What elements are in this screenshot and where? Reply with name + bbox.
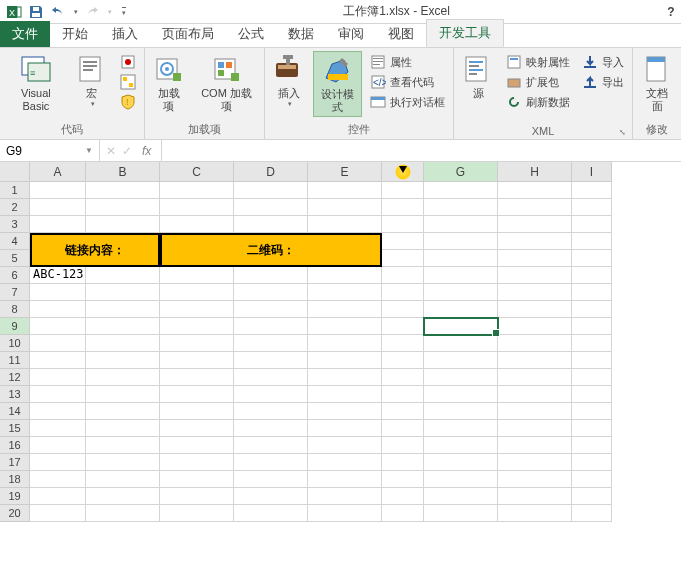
cell[interactable] <box>424 199 498 216</box>
cell[interactable] <box>234 505 308 522</box>
column-header-C[interactable]: C <box>160 162 234 182</box>
cell[interactable] <box>308 352 382 369</box>
cell[interactable] <box>86 420 160 437</box>
cell[interactable] <box>572 199 612 216</box>
cell[interactable] <box>86 301 160 318</box>
cell[interactable] <box>572 352 612 369</box>
cell[interactable] <box>308 420 382 437</box>
xml-export-button[interactable]: 导出 <box>580 73 626 91</box>
cell[interactable] <box>234 471 308 488</box>
cell[interactable] <box>572 233 612 250</box>
name-box[interactable]: G9▼ <box>0 140 100 161</box>
cell[interactable] <box>498 284 572 301</box>
record-macro-button[interactable] <box>118 53 138 71</box>
cell[interactable] <box>160 216 234 233</box>
cell[interactable] <box>382 369 424 386</box>
visual-basic-button[interactable]: ≡ Visual Basic <box>4 51 68 115</box>
cell[interactable] <box>308 318 382 335</box>
insert-control-button[interactable]: 插入 ▾ <box>269 51 309 110</box>
com-addins-button[interactable]: COM 加载项 <box>193 51 260 115</box>
cell[interactable] <box>30 505 86 522</box>
tab-page-layout[interactable]: 页面布局 <box>150 21 226 47</box>
column-header-D[interactable]: D <box>234 162 308 182</box>
row-header-12[interactable]: 12 <box>0 369 30 386</box>
row-header-14[interactable]: 14 <box>0 403 30 420</box>
cell[interactable] <box>30 488 86 505</box>
cell[interactable] <box>30 471 86 488</box>
cell[interactable] <box>498 471 572 488</box>
cell[interactable] <box>30 301 86 318</box>
cell[interactable] <box>86 216 160 233</box>
row-header-17[interactable]: 17 <box>0 454 30 471</box>
cell[interactable] <box>424 471 498 488</box>
cell[interactable] <box>498 233 572 250</box>
cell[interactable] <box>160 471 234 488</box>
cell[interactable] <box>382 386 424 403</box>
enter-formula-icon[interactable]: ✓ <box>122 144 132 158</box>
cell[interactable] <box>424 233 498 250</box>
cell[interactable] <box>572 437 612 454</box>
cell[interactable] <box>498 250 572 267</box>
cell[interactable] <box>30 454 86 471</box>
cell[interactable] <box>498 488 572 505</box>
cell[interactable] <box>572 403 612 420</box>
cell[interactable] <box>424 301 498 318</box>
cell[interactable] <box>30 335 86 352</box>
cell[interactable] <box>86 403 160 420</box>
row-header-20[interactable]: 20 <box>0 505 30 522</box>
xml-source-button[interactable]: 源 <box>458 51 498 102</box>
column-header-F[interactable]: F <box>382 162 424 182</box>
addins-button[interactable]: 加载项 <box>149 51 189 115</box>
column-header-E[interactable]: E <box>308 162 382 182</box>
cell[interactable] <box>424 420 498 437</box>
cancel-formula-icon[interactable]: ✕ <box>106 144 116 158</box>
cell[interactable] <box>308 437 382 454</box>
cell[interactable] <box>498 199 572 216</box>
cell[interactable] <box>424 335 498 352</box>
cell[interactable] <box>382 267 424 284</box>
use-relative-refs-button[interactable] <box>118 73 138 91</box>
cell[interactable] <box>572 505 612 522</box>
row-header-9[interactable]: 9 <box>0 318 30 335</box>
cell[interactable] <box>498 420 572 437</box>
cell[interactable] <box>86 437 160 454</box>
run-dialog-button[interactable]: 执行对话框 <box>368 93 447 111</box>
name-box-dropdown-icon[interactable]: ▼ <box>85 146 93 155</box>
cell[interactable] <box>86 199 160 216</box>
cell[interactable] <box>86 267 160 284</box>
cell[interactable] <box>424 352 498 369</box>
cell[interactable] <box>572 182 612 199</box>
cell[interactable] <box>572 471 612 488</box>
cell[interactable] <box>382 352 424 369</box>
cell[interactable] <box>424 369 498 386</box>
row-header-13[interactable]: 13 <box>0 386 30 403</box>
row-header-15[interactable]: 15 <box>0 420 30 437</box>
cell[interactable] <box>160 318 234 335</box>
cell[interactable] <box>572 369 612 386</box>
cell[interactable] <box>234 199 308 216</box>
formula-input[interactable] <box>162 140 681 161</box>
cell[interactable] <box>382 216 424 233</box>
cell[interactable] <box>572 250 612 267</box>
cell[interactable] <box>234 267 308 284</box>
macros-button[interactable]: 宏 ▾ <box>72 51 112 110</box>
cell[interactable] <box>30 199 86 216</box>
redo-icon[interactable] <box>84 4 100 20</box>
cell[interactable] <box>234 369 308 386</box>
cell[interactable] <box>308 505 382 522</box>
row-header-11[interactable]: 11 <box>0 352 30 369</box>
cell[interactable] <box>572 488 612 505</box>
cell[interactable] <box>382 318 424 335</box>
row-header-16[interactable]: 16 <box>0 437 30 454</box>
cell[interactable] <box>424 182 498 199</box>
qr-code-header[interactable]: 二维码： <box>160 233 382 267</box>
row-header-1[interactable]: 1 <box>0 182 30 199</box>
cell[interactable] <box>160 369 234 386</box>
cell[interactable] <box>86 352 160 369</box>
row-header-5[interactable]: 5 <box>0 250 30 267</box>
expansion-packs-button[interactable]: 扩展包 <box>504 73 572 91</box>
design-mode-button[interactable]: 设计模式 <box>313 51 362 117</box>
save-icon[interactable] <box>28 4 44 20</box>
cell[interactable] <box>382 403 424 420</box>
macro-security-button[interactable]: ! <box>118 93 138 111</box>
